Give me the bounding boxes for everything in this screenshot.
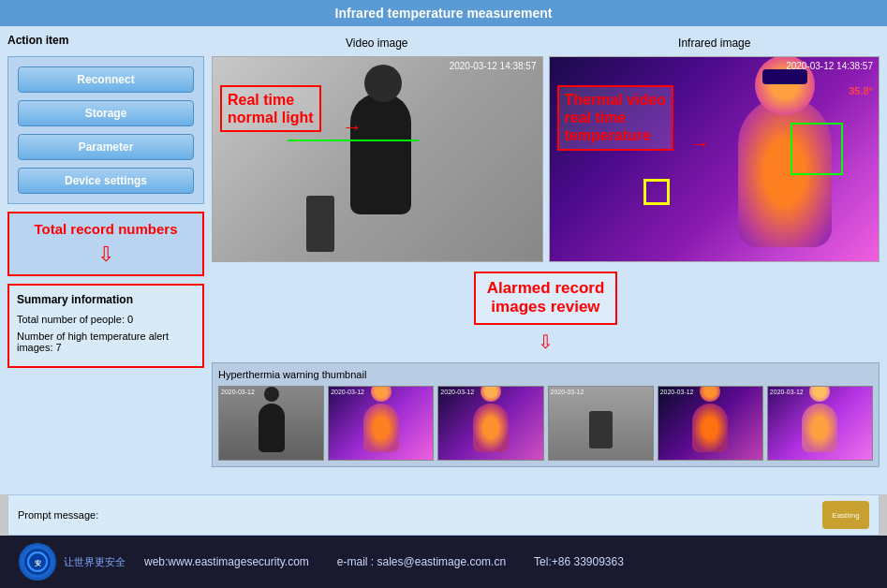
infrared-background: 2020-03-12 14:38:57 35.8°	[550, 57, 880, 261]
thumb-4-tripod-body	[589, 411, 613, 448]
green-line	[288, 140, 419, 141]
prompt-label: Prompt message:	[18, 509, 98, 521]
person-silhouette	[350, 93, 411, 214]
thumb-2-ir-head	[371, 386, 392, 402]
alarmed-arrow-icon: ⇩	[538, 331, 554, 353]
action-item-label: Action item	[7, 34, 204, 47]
total-people-label: Total number of people:	[17, 314, 125, 325]
infrared-video-frame: 2020-03-12 14:38:57 35.8°	[549, 56, 880, 262]
thumbnail-3[interactable]: 2020-03-12	[437, 386, 543, 461]
main-content: Action item Reconnect Storage Parameter …	[0, 26, 887, 494]
action-buttons-container: Reconnect Storage Parameter Device setti…	[7, 56, 204, 204]
video-image-label: Video image	[346, 37, 408, 50]
total-record-label: Total record numbers	[34, 221, 177, 237]
thumb-1-timestamp: 2020-03-12	[221, 389, 255, 395]
footer-email: e-mail : sales@eastimage.com.cn	[337, 555, 506, 568]
thumbnails-section: Hyperthermia warning thumbnail 2020-03-1…	[212, 362, 880, 467]
thermal-annotation: Thermal videoreal timetemperature	[557, 85, 673, 151]
footer-tel: Tel:+86 33909363	[534, 555, 624, 568]
svg-text:安: 安	[34, 559, 41, 566]
total-people-row: Total number of people: 0	[17, 314, 195, 325]
alert-images-value: 7	[56, 342, 62, 353]
thumb-6-ir-person	[802, 404, 837, 452]
thumb-3-ir-head	[480, 386, 501, 402]
footer-logo: 安 让世界更安全	[19, 543, 126, 581]
footer: 安 让世界更安全 web:www.eastimagesecurity.com e…	[0, 536, 887, 588]
normal-light-annotation-text: Real timenormal light	[228, 91, 314, 126]
logo-svg: 安	[23, 548, 52, 576]
thumbnails-title: Hyperthermia warning thumbnail	[218, 369, 873, 380]
thumbnail-2[interactable]: 2020-03-12	[328, 386, 434, 461]
title-bar: Infrared temperature measurement	[0, 0, 887, 26]
thumb-5-ir-head	[700, 386, 720, 402]
infrared-image-label: Infrared image	[678, 37, 750, 50]
normal-video-frame: 2020-03-12 14:38:57 Real timenormal ligh…	[212, 56, 543, 262]
left-panel: Action item Reconnect Storage Parameter …	[7, 34, 204, 487]
alarmed-record-section: Alarmed record images review ⇩	[212, 272, 880, 353]
infrared-glasses	[762, 69, 807, 84]
alert-images-row: Number of high temperature alert images:…	[17, 331, 195, 353]
prompt-bar: Prompt message: EastImg	[7, 494, 880, 536]
thermal-annotation-text: Thermal videoreal timetemperature	[565, 91, 666, 145]
app-title: Infrared temperature measurement	[335, 6, 553, 21]
total-people-value: 0	[127, 314, 133, 325]
footer-website: web:www.eastimagesecurity.com	[144, 555, 309, 568]
thumb-6-ir-head	[809, 386, 830, 402]
alert-images-label: Number of high temperature alert images:	[17, 331, 169, 353]
alarmed-label-text: Alarmed record images review	[487, 279, 605, 317]
company-logo-icon: 安	[19, 543, 56, 581]
total-record-box: Total record numbers ⇩	[7, 212, 204, 276]
yellow-target-icon	[643, 179, 670, 205]
footer-brand-text: 让世界更安全	[64, 555, 126, 569]
video-labels-row: Video image Infrared image	[212, 34, 880, 51]
reconnect-button[interactable]: Reconnect	[18, 66, 194, 93]
storage-button[interactable]: Storage	[18, 100, 194, 126]
summary-box: Summary information Total number of peop…	[7, 284, 204, 368]
video-frames-row: 2020-03-12 14:38:57 Real timenormal ligh…	[212, 56, 880, 262]
thumb-3-timestamp: 2020-03-12	[440, 389, 474, 395]
brand-chinese: 让世界更安全	[64, 555, 126, 569]
parameter-button[interactable]: Parameter	[18, 134, 194, 160]
infrared-timestamp: 2020-03-12 14:38:57	[786, 61, 873, 71]
normal-light-annotation: Real timenormal light	[220, 85, 321, 132]
camera-tripod	[306, 196, 334, 252]
thumb-2-timestamp: 2020-03-12	[331, 389, 364, 395]
thumbnail-5[interactable]: 2020-03-12	[658, 386, 763, 461]
thumb-1-head	[264, 387, 279, 402]
thumb-5-ir-person	[692, 404, 728, 452]
thumb-3-ir-person	[473, 404, 509, 452]
thumb-5-timestamp: 2020-03-12	[660, 389, 694, 395]
thumb-6-timestamp: 2020-03-12	[770, 389, 804, 395]
thermal-arrow-icon: →	[690, 132, 711, 156]
thumbnail-6[interactable]: 2020-03-12	[767, 386, 873, 461]
thumb-1-person	[259, 404, 285, 452]
thumbnail-4[interactable]: 2020-03-12	[548, 386, 654, 461]
right-panel: Video image Infrared image 2020-03-12 14…	[212, 34, 880, 487]
total-record-arrow-icon: ⇩	[97, 243, 114, 267]
thumb-4-timestamp: 2020-03-12	[551, 389, 584, 395]
thumbnail-1[interactable]: 2020-03-12	[218, 386, 324, 461]
thumb-4-tripod	[589, 397, 613, 448]
video-timestamp: 2020-03-12 14:38:57	[450, 61, 537, 71]
normal-light-arrow-icon: →	[342, 115, 362, 140]
thumbnails-row: 2020-03-12 2020-03-12 2020-03-12	[218, 386, 873, 461]
summary-title: Summary information	[17, 293, 195, 306]
alarmed-label-box: Alarmed record images review	[474, 272, 618, 325]
device-settings-button[interactable]: Device settings	[18, 168, 194, 194]
person-head	[364, 65, 402, 102]
temperature-indicator: 35.8°	[849, 85, 873, 96]
detection-box	[791, 123, 843, 175]
normal-light-background: 2020-03-12 14:38:57 Real timenormal ligh…	[213, 57, 542, 261]
thumb-2-ir-person	[363, 404, 399, 452]
footer-links: web:www.eastimagesecurity.com e-mail : s…	[144, 555, 624, 568]
logo-area: EastImg	[822, 501, 869, 529]
watermark-logo: EastImg	[822, 501, 869, 529]
